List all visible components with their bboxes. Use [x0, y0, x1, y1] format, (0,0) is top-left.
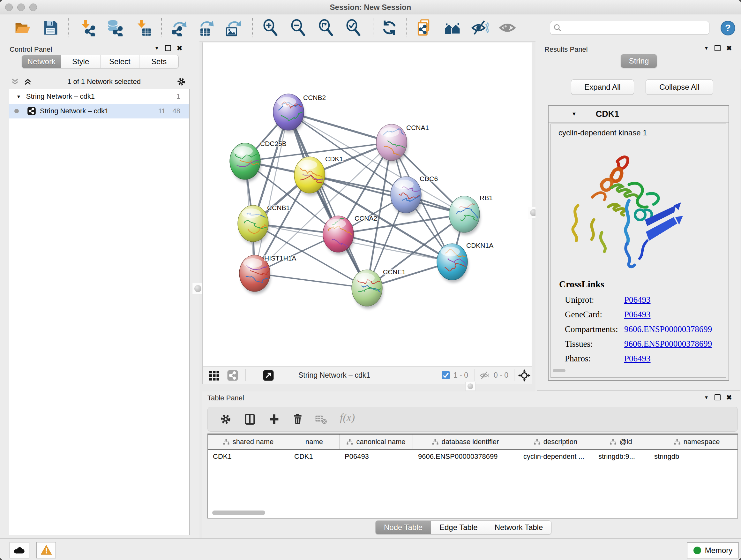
tab-node-table[interactable]: Node Table	[376, 521, 431, 534]
collapse-entry-icon[interactable]: ▼	[571, 111, 577, 117]
import-network-database-button[interactable]	[105, 17, 124, 39]
tab-sets[interactable]: Sets	[139, 55, 179, 68]
panel-float-button[interactable]: ▼	[154, 45, 159, 51]
zoom-selected-button[interactable]	[344, 17, 363, 39]
function-builder-button[interactable]: f(x)	[340, 412, 355, 424]
search-input[interactable]	[562, 23, 709, 32]
cloud-status-button[interactable]	[10, 542, 29, 558]
column-header-database-identifier[interactable]: database identifier	[413, 435, 518, 449]
hidden-elements-indicator[interactable]	[480, 371, 490, 381]
import-network-file-button[interactable]	[77, 17, 97, 39]
tab-edge-table[interactable]: Edge Table	[431, 521, 486, 534]
network-edge[interactable]	[255, 273, 367, 288]
tab-network-table[interactable]: Network Table	[486, 521, 551, 534]
network-collection-row[interactable]: ▼ String Network – cdk1 1	[9, 89, 189, 104]
left-splitter-handle[interactable]	[192, 283, 204, 294]
zoom-out-button[interactable]	[289, 17, 308, 39]
table-cell[interactable]: stringdb	[649, 450, 738, 463]
table-settings-button[interactable]	[219, 413, 232, 427]
table-cell[interactable]: stringdb:9...	[593, 450, 649, 463]
detach-view-button[interactable]	[263, 370, 274, 382]
table-cell[interactable]: CDK1	[208, 450, 289, 463]
expand-all-button[interactable]: Expand All	[571, 79, 634, 95]
help-button[interactable]: ?	[720, 20, 736, 37]
panel-maximize-button[interactable]	[715, 394, 721, 400]
grid-view-button[interactable]	[208, 370, 220, 382]
column-header-name[interactable]: name	[289, 435, 340, 449]
import-table-file-button[interactable]	[133, 17, 152, 39]
export-network-button[interactable]	[170, 17, 189, 39]
pan-mode-button[interactable]	[518, 369, 531, 383]
network-node-CCNE1[interactable]: CCNE1	[352, 268, 406, 309]
expand-all-icon[interactable]	[23, 78, 32, 86]
tree-expander-icon[interactable]: ▼	[16, 94, 21, 99]
table-cell[interactable]: P06493	[340, 450, 413, 463]
horizontal-splitter-handle[interactable]	[465, 382, 475, 391]
open-session-button[interactable]	[13, 17, 32, 39]
network-node-HIST1H1A[interactable]: HIST1H1A	[239, 254, 296, 294]
gene-entry-header[interactable]: ▼ CDK1	[549, 106, 729, 123]
add-column-button[interactable]	[268, 413, 280, 427]
column-header-description[interactable]: description	[518, 435, 593, 449]
crosslink-link[interactable]: P06493	[624, 354, 651, 364]
collapse-all-button[interactable]: Collapse All	[646, 79, 713, 95]
network-node-CDK1[interactable]: CDK1	[294, 155, 343, 196]
column-header--id[interactable]: @id	[593, 435, 649, 449]
export-image-button[interactable]	[223, 17, 243, 39]
network-edge[interactable]	[255, 112, 288, 273]
warnings-button[interactable]	[37, 542, 56, 558]
delete-column-button[interactable]	[291, 413, 304, 427]
network-node-RB1[interactable]: RB1	[449, 194, 493, 235]
export-table-button[interactable]	[197, 17, 216, 39]
table-cell[interactable]: 9606.ENSP00000378699	[413, 450, 518, 463]
table-cell[interactable]: CDK1	[289, 450, 340, 463]
network-graph[interactable]: CCNB2CCNA1CDC25BCDK1CDC6RB1CCNB1CCNA2CDK…	[203, 43, 532, 366]
crosslink-link[interactable]: P06493	[624, 310, 651, 320]
network-canvas[interactable]: CCNB2CCNA1CDC25BCDK1CDC6RB1CCNB1CCNA2CDK…	[202, 43, 532, 366]
column-header-canonical-name[interactable]: canonical name	[340, 435, 413, 449]
show-hide-graphics-details-button[interactable]	[470, 17, 489, 39]
table-cell[interactable]: cyclin-dependent ...	[518, 450, 593, 463]
collapse-all-icon[interactable]	[11, 78, 19, 86]
crosslink-link[interactable]: P06493	[624, 295, 651, 305]
crosslink-link[interactable]: 9606.ENSP00000378699	[624, 339, 712, 349]
panel-close-button[interactable]: ✖	[726, 45, 732, 51]
network-node-CCNB2[interactable]: CCNB2	[273, 94, 326, 133]
panel-maximize-button[interactable]	[165, 45, 171, 51]
tab-string[interactable]: String	[621, 54, 657, 68]
column-header-label: name	[306, 438, 323, 446]
selected-elements-checkbox[interactable]	[441, 371, 450, 381]
table-row[interactable]: CDK1CDK1P064939606.ENSP00000378699cyclin…	[208, 450, 738, 463]
network-row[interactable]: String Network – cdk1 11 48	[9, 104, 189, 118]
zoom-fit-button[interactable]	[317, 17, 336, 39]
save-session-button[interactable]	[41, 17, 60, 39]
first-neighbors-button[interactable]	[443, 17, 462, 39]
new-network-from-selection-button[interactable]	[415, 17, 434, 39]
panel-float-button[interactable]: ▼	[704, 45, 709, 51]
tab-network[interactable]: Network	[22, 55, 61, 68]
column-header-namespace[interactable]: namespace	[649, 435, 738, 449]
network-edge[interactable]	[338, 234, 452, 262]
crosslink-link[interactable]: 9606.ENSP00000378699	[624, 324, 712, 334]
network-node-CDKN1A[interactable]: CDKN1A	[437, 242, 493, 283]
memory-button[interactable]: Memory	[687, 543, 739, 558]
main-toolbar: ?	[0, 14, 741, 42]
tab-style[interactable]: Style	[61, 55, 100, 68]
gear-icon[interactable]	[176, 77, 186, 87]
panel-close-button[interactable]: ✖	[726, 394, 732, 401]
network-view-mode-button[interactable]	[227, 370, 239, 382]
panel-maximize-button[interactable]	[715, 45, 721, 51]
show-columns-button[interactable]	[244, 413, 256, 427]
column-header-shared-name[interactable]: shared name	[208, 435, 289, 449]
birds-eye-view-button[interactable]	[498, 17, 517, 39]
results-scrollbar-thumb[interactable]	[553, 369, 565, 372]
tab-select[interactable]: Select	[100, 55, 140, 68]
panel-float-button[interactable]: ▼	[704, 395, 709, 400]
panel-close-button[interactable]: ✖	[177, 45, 183, 51]
network-edge[interactable]	[288, 112, 367, 288]
apply-layout-button[interactable]	[380, 17, 399, 39]
table-scrollbar-thumb[interactable]	[212, 510, 265, 515]
network-node-CCNA1[interactable]: CCNA1	[376, 124, 429, 163]
zoom-in-button[interactable]	[261, 17, 280, 39]
delete-table-button[interactable]	[315, 414, 328, 426]
